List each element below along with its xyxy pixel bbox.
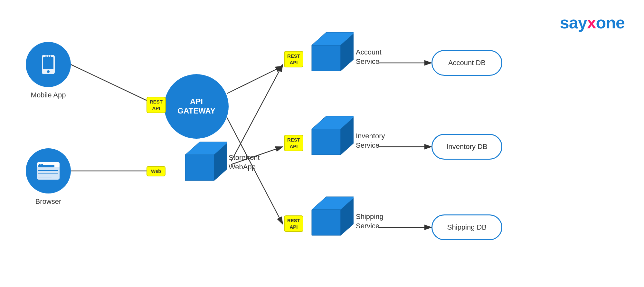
storefront-label: StorefrontWebApp [229, 153, 260, 172]
inventory-service-label: InventoryService [356, 132, 385, 150]
account-db-pill: Account DB [431, 50, 502, 76]
svg-marker-34 [312, 210, 341, 235]
svg-rect-11 [43, 57, 53, 69]
account-service-cube [305, 26, 354, 75]
shipping-service-cube [305, 190, 354, 240]
shipping-service-label: ShippingService [356, 212, 384, 231]
mobile-app-label: Mobile App [16, 91, 80, 99]
inventory-service-cube [305, 110, 354, 159]
logo-say: say [560, 13, 587, 32]
svg-marker-25 [185, 155, 214, 181]
shipping-db-pill: Shipping DB [431, 214, 502, 240]
inventory-service-cube-svg [305, 110, 354, 158]
badge-rest-api-shipping: RESTAPI [284, 215, 303, 232]
browser-label: Browser [21, 197, 76, 206]
svg-point-13 [45, 55, 47, 57]
storefront-cube-svg [179, 135, 227, 184]
api-gateway-circle: APIGATEWAY [164, 74, 229, 139]
inventory-db-pill: Inventory DB [431, 134, 502, 160]
svg-point-20 [41, 164, 43, 166]
logo-one: one [596, 13, 625, 32]
inventory-db-label: Inventory DB [446, 143, 487, 151]
api-gateway-label: APIGATEWAY [177, 97, 215, 116]
svg-marker-31 [312, 129, 341, 155]
svg-marker-28 [312, 45, 341, 71]
svg-point-12 [47, 70, 50, 73]
logo: sayxone [560, 13, 625, 32]
shipping-db-label: Shipping DB [447, 223, 487, 232]
logo-x: x [587, 13, 596, 32]
svg-line-6 [231, 64, 283, 161]
badge-rest-api-inventory: RESTAPI [284, 135, 303, 151]
badge-rest-api-gateway: RESTAPI [147, 97, 166, 113]
account-service-label: AccountService [356, 48, 382, 66]
svg-point-14 [48, 55, 49, 57]
browser-circle [26, 148, 71, 193]
badge-rest-api-account: RESTAPI [284, 51, 303, 67]
shipping-service-cube-svg [305, 190, 354, 239]
svg-point-19 [39, 164, 41, 166]
mobile-app-circle [26, 42, 71, 87]
svg-rect-18 [38, 165, 54, 167]
svg-point-15 [50, 55, 51, 57]
mobile-icon [37, 53, 60, 76]
svg-line-3 [227, 66, 283, 94]
badge-web-storefront: Web [147, 166, 166, 176]
browser-icon [35, 160, 61, 182]
storefront-cube [179, 135, 227, 185]
account-db-label: Account DB [448, 59, 486, 67]
account-service-cube-svg [305, 26, 354, 74]
